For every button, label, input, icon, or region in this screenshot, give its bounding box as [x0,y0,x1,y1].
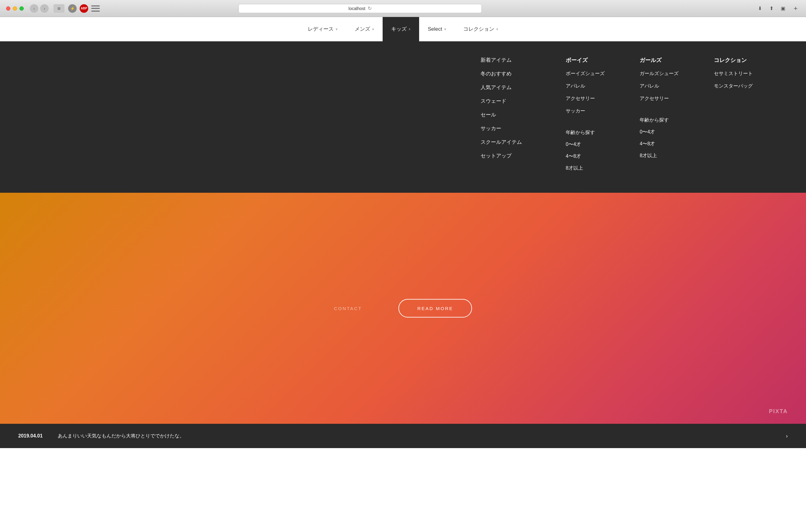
news-date: 2019.04.01 [18,433,42,439]
boys-age-items: 0〜4才 4〜8才 8才以上 [566,141,631,171]
girls-age-section: 年齢から探す 0〜4才 4〜8才 8才以上 [640,117,705,159]
girls-age-items: 0〜4才 4〜8才 8才以上 [640,129,705,159]
list-item[interactable]: モンスターバッグ [714,83,779,89]
nav-item-collection[interactable]: コレクション ∨ [455,17,507,41]
boys-section-title: ボーイズ [566,57,631,64]
close-button[interactable] [6,6,10,11]
list-item[interactable]: スウェード [481,98,557,104]
girls-sub-items: ガールズシューズ アパレル アクセサリー [640,71,705,102]
list-item[interactable]: 0〜4才 [640,129,705,135]
site-wrapper: レディース ∨ メンズ ∨ キッズ ∧ Select ∨ コレクション ∨ [0,17,806,448]
list-item[interactable]: セットアップ [481,152,557,159]
list-item[interactable]: 新着アイテム [481,57,557,63]
list-item[interactable]: アパレル [566,83,631,89]
url-text: localhost [349,6,365,11]
forward-button[interactable]: › [40,4,49,13]
dropdown-col-collection: コレクション セサミストリート モンスターバッグ [714,57,788,171]
dropdown-col-girls: ガールズ ガールズシューズ アパレル アクセサリー 年齢から探す 0〜4才 4〜… [640,57,714,171]
download-button[interactable]: ⬇ [755,4,764,13]
list-item[interactable]: アクセサリー [640,95,705,102]
plugin-icons: ⚡ ABP [68,4,100,13]
boys-age-section: 年齢から探す 0〜4才 4〜8才 8才以上 [566,130,631,171]
list-item[interactable]: ボーイズシューズ [566,71,631,77]
collection-sub-items: セサミストリート モンスターバッグ [714,71,779,89]
tab-view-button[interactable]: ⊞ [54,4,64,13]
boys-sub-items: ボーイズシューズ アパレル アクセサリー サッカー [566,71,631,114]
share-button[interactable]: ⬆ [767,4,775,13]
menu-icon[interactable] [91,5,100,12]
contact-link[interactable]: CONTACT [334,306,362,311]
chevron-up-icon: ∧ [409,27,411,31]
nav-item-select[interactable]: Select ∨ [419,17,454,41]
list-item[interactable]: アパレル [640,83,705,89]
list-item[interactable]: 8才以上 [566,165,631,171]
list-item[interactable]: 4〜8才 [566,153,631,159]
girls-section-title: ガールズ [640,57,705,64]
list-item[interactable]: スクールアイテム [481,139,557,146]
news-arrow-icon[interactable]: › [786,433,788,439]
nav-item-ladies[interactable]: レディース ∨ [299,17,346,41]
traffic-lights [6,6,24,11]
minimize-button[interactable] [13,6,17,11]
read-more-button[interactable]: READ MORE [398,299,472,318]
list-item[interactable]: 冬のおすすめ [481,70,557,77]
chevron-down-icon: ∨ [372,27,374,31]
news-bar: 2019.04.01 あんまりいい天気なもんだから大将ひとりででかけたな。 › [0,424,806,448]
list-item[interactable]: アクセサリー [566,95,631,102]
girls-age-title: 年齢から探す [640,117,705,124]
sidebar-button[interactable]: ▣ [779,4,787,13]
nav-label-kids: キッズ [391,25,407,33]
boys-age-title: 年齢から探す [566,130,631,136]
nav-label-ladies: レディース [308,25,334,33]
nav-label-select: Select [428,26,442,32]
browser-chrome: ‹ › ⊞ ⚡ ABP localhost ↻ ⬇ ⬆ ▣ + [0,0,806,17]
top-nav: レディース ∨ メンズ ∨ キッズ ∧ Select ∨ コレクション ∨ [0,17,806,41]
chevron-down-icon: ∨ [444,27,446,31]
general-items-list: 新着アイテム 冬のおすすめ 人気アイテム スウェード セール サッカー スクール… [481,57,557,159]
list-item[interactable]: セール [481,111,557,118]
list-item[interactable]: サッカー [481,125,557,132]
list-item[interactable]: 4〜8才 [640,141,705,147]
fullscreen-button[interactable] [19,6,24,11]
nav-item-kids[interactable]: キッズ ∧ [382,17,419,41]
reload-button[interactable]: ↻ [368,5,372,11]
new-tab-button[interactable]: + [791,4,800,13]
nav-label-mens: メンズ [355,25,370,33]
hero-section: CONTACT READ MORE PIXTA [0,193,806,424]
dropdown-content: 新着アイテム 冬のおすすめ 人気アイテム スウェード セール サッカー スクール… [462,41,806,193]
list-item[interactable]: サッカー [566,108,631,114]
list-item[interactable]: 8才以上 [640,153,705,159]
chevron-down-icon: ∨ [336,27,338,31]
dropdown-col-general: 新着アイテム 冬のおすすめ 人気アイテム スウェード セール サッカー スクール… [481,57,566,171]
nav-item-mens[interactable]: メンズ ∨ [346,17,382,41]
nav-menu: レディース ∨ メンズ ∨ キッズ ∧ Select ∨ コレクション ∨ [299,17,506,41]
list-item[interactable]: 0〜4才 [566,141,631,148]
nav-label-collection: コレクション [463,25,494,33]
hero-buttons-area: CONTACT READ MORE [334,299,472,318]
dropdown-menu: 新着アイテム 冬のおすすめ 人気アイテム スウェード セール サッカー スクール… [0,41,806,193]
address-bar[interactable]: localhost ↻ [239,4,482,13]
news-text: あんまりいい天気なもんだから大将ひとりででかけたな。 [58,433,771,439]
dropdown-col-boys: ボーイズ ボーイズシューズ アパレル アクセサリー サッカー 年齢から探す 0〜… [566,57,640,171]
collection-section-title: コレクション [714,57,779,64]
abp-plugin-icon[interactable]: ABP [80,4,88,13]
shield-plugin-icon[interactable]: ⚡ [68,4,77,13]
browser-actions: ⬇ ⬆ ▣ + [755,4,800,13]
list-item[interactable]: 人気アイテム [481,84,557,91]
pixta-watermark: PIXTA [769,408,788,415]
chevron-down-icon: ∨ [496,27,498,31]
back-button[interactable]: ‹ [30,4,38,13]
list-item[interactable]: セサミストリート [714,71,779,77]
browser-navigation: ‹ › [30,4,49,13]
list-item[interactable]: ガールズシューズ [640,71,705,77]
